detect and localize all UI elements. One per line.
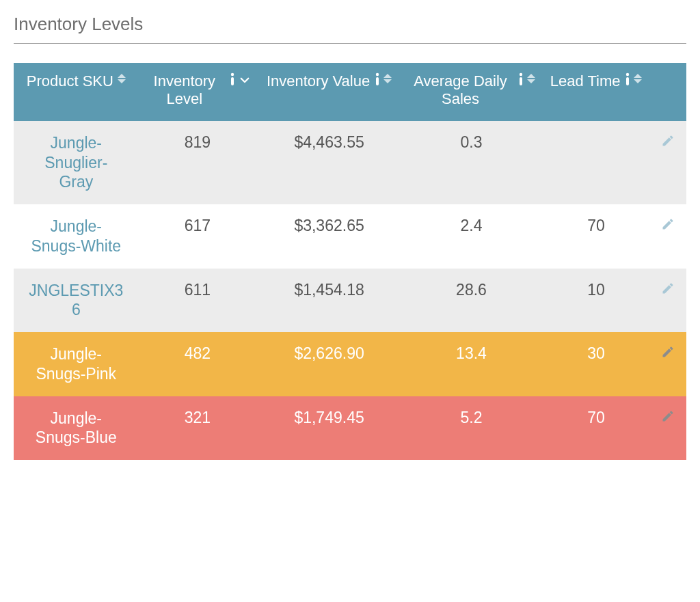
- svg-rect-5: [520, 77, 522, 85]
- sort-icon[interactable]: [118, 74, 126, 83]
- cell-edit: [651, 204, 686, 269]
- column-header-actions: [651, 63, 686, 121]
- cell-value: $4,463.55: [256, 121, 402, 204]
- table-row: Jungle-Snugs-White617$3,362.652.470: [14, 204, 686, 269]
- column-label: Lead Time: [550, 72, 621, 90]
- column-label: Inventory Level: [144, 72, 225, 109]
- pencil-icon[interactable]: [661, 409, 675, 423]
- sku-link[interactable]: Jungle-Snugs-Blue: [28, 409, 124, 448]
- cell-value: $3,362.65: [256, 204, 402, 269]
- column-header-value[interactable]: Inventory Value: [256, 63, 402, 121]
- info-icon[interactable]: [229, 74, 236, 86]
- cell-lead: 10: [541, 269, 651, 333]
- table-header-row: Product SKU Inventory Level: [14, 63, 686, 121]
- svg-point-0: [231, 73, 234, 76]
- column-header-daily[interactable]: Average Daily Sales: [402, 63, 541, 121]
- sort-icon[interactable]: [527, 74, 535, 83]
- pencil-icon[interactable]: [661, 345, 675, 359]
- sku-link[interactable]: Jungle-Snugs-White: [28, 217, 124, 256]
- pencil-icon[interactable]: [661, 282, 675, 295]
- column-header-lead[interactable]: Lead Time: [541, 63, 651, 121]
- info-icon[interactable]: [517, 74, 524, 86]
- svg-rect-1: [231, 77, 234, 85]
- cell-lead: [541, 121, 651, 204]
- column-header-sku[interactable]: Product SKU: [14, 63, 139, 121]
- sort-icon[interactable]: [634, 74, 642, 83]
- pencil-icon[interactable]: [661, 134, 675, 148]
- cell-level: 617: [139, 204, 256, 269]
- sort-icon[interactable]: [383, 74, 392, 83]
- cell-level: 819: [139, 121, 256, 204]
- cell-sku: Jungle-Snugs-Pink: [14, 332, 139, 396]
- cell-lead: 70: [541, 204, 651, 269]
- cell-value: $2,626.90: [256, 332, 402, 396]
- table-row: Jungle-Snugs-Blue321$1,749.455.270: [14, 396, 686, 461]
- cell-daily: 0.3: [402, 121, 541, 204]
- cell-daily: 28.6: [402, 269, 541, 333]
- sku-link[interactable]: Jungle-Snuglier-Gray: [28, 133, 124, 192]
- table-row: JNGLESTIX36611$1,454.1828.610: [14, 269, 686, 333]
- info-icon[interactable]: [624, 74, 631, 86]
- cell-value: $1,454.18: [256, 269, 402, 333]
- sku-link[interactable]: Jungle-Snugs-Pink: [28, 344, 124, 384]
- svg-rect-3: [376, 77, 379, 85]
- column-label: Inventory Value: [267, 72, 370, 90]
- column-label: Average Daily Sales: [407, 72, 513, 109]
- cell-level: 321: [139, 396, 256, 461]
- page-title: Inventory Levels: [14, 14, 686, 44]
- cell-daily: 13.4: [402, 332, 541, 396]
- cell-edit: [651, 121, 686, 204]
- cell-daily: 5.2: [402, 396, 541, 461]
- cell-edit: [651, 332, 686, 396]
- cell-lead: 30: [541, 332, 651, 396]
- cell-edit: [651, 396, 686, 461]
- table-row: Jungle-Snugs-Pink482$2,626.9013.430: [14, 332, 686, 396]
- svg-point-6: [626, 73, 629, 76]
- svg-rect-7: [626, 77, 629, 85]
- svg-point-2: [376, 73, 379, 76]
- info-icon[interactable]: [374, 74, 381, 86]
- sort-desc-icon[interactable]: [239, 74, 251, 86]
- cell-sku: Jungle-Snuglier-Gray: [14, 121, 139, 204]
- pencil-icon[interactable]: [661, 217, 675, 231]
- column-label: Product SKU: [27, 72, 113, 90]
- table-row: Jungle-Snuglier-Gray819$4,463.550.3: [14, 121, 686, 204]
- cell-level: 482: [139, 332, 256, 396]
- cell-sku: JNGLESTIX36: [14, 269, 139, 333]
- cell-sku: Jungle-Snugs-White: [14, 204, 139, 269]
- sku-link[interactable]: JNGLESTIX36: [28, 281, 124, 320]
- inventory-table: Product SKU Inventory Level: [14, 63, 686, 460]
- cell-level: 611: [139, 269, 256, 333]
- cell-daily: 2.4: [402, 204, 541, 269]
- cell-edit: [651, 269, 686, 333]
- svg-point-4: [520, 73, 522, 76]
- cell-value: $1,749.45: [256, 396, 402, 461]
- cell-lead: 70: [541, 396, 651, 461]
- cell-sku: Jungle-Snugs-Blue: [14, 396, 139, 461]
- column-header-level[interactable]: Inventory Level: [139, 63, 256, 121]
